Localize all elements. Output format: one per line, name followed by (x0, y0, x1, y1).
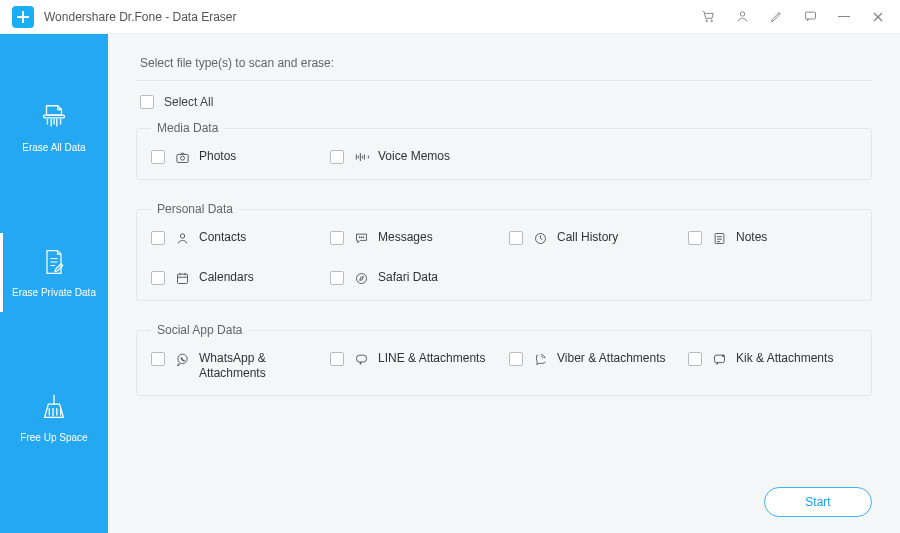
camera-icon (174, 149, 190, 165)
select-all-label: Select All (164, 95, 213, 109)
checkbox-whatsapp[interactable] (151, 352, 165, 366)
svg-point-9 (180, 233, 184, 237)
group-title: Personal Data (151, 202, 239, 216)
item-viber: Viber & Attachments (509, 351, 678, 381)
line-icon (353, 351, 369, 367)
item-label: Safari Data (378, 270, 438, 285)
minimize-button[interactable] (836, 9, 852, 25)
item-label: Voice Memos (378, 149, 450, 164)
group-social-app-data: Social App Data WhatsApp & Attachments L… (136, 323, 872, 396)
svg-point-16 (356, 273, 366, 283)
item-label: Photos (199, 149, 236, 164)
footer: Start (136, 479, 872, 517)
kik-icon (711, 351, 727, 367)
item-label: WhatsApp & Attachments (199, 351, 320, 381)
checkbox-photos[interactable] (151, 150, 165, 164)
checkbox-safari-data[interactable] (330, 271, 344, 285)
svg-point-11 (361, 236, 362, 237)
group-title: Social App Data (151, 323, 248, 337)
item-line: LINE & Attachments (330, 351, 499, 381)
checkbox-call-history[interactable] (509, 231, 523, 245)
checkbox-messages[interactable] (330, 231, 344, 245)
shredder-icon (39, 102, 69, 132)
checkbox-voice-memos[interactable] (330, 150, 344, 164)
person-icon (174, 230, 190, 246)
edit-icon[interactable] (768, 9, 784, 25)
app-title: Wondershare Dr.Fone - Data Eraser (44, 10, 237, 24)
item-call-history: Call History (509, 230, 678, 246)
item-calendars: Calendars (151, 270, 320, 286)
item-label: Messages (378, 230, 433, 245)
user-icon[interactable] (734, 9, 750, 25)
window-controls (700, 9, 900, 25)
item-photos: Photos (151, 149, 320, 165)
item-whatsapp: WhatsApp & Attachments (151, 351, 320, 381)
sidebar-item-erase-private-data[interactable]: Erase Private Data (0, 239, 108, 306)
item-label: Kik & Attachments (736, 351, 833, 366)
svg-point-3 (710, 20, 712, 22)
close-button[interactable] (870, 9, 886, 25)
app-logo (12, 6, 34, 28)
svg-point-20 (722, 354, 725, 357)
sidebar-item-label: Erase All Data (22, 142, 85, 153)
item-label: LINE & Attachments (378, 351, 485, 366)
clock-icon (532, 230, 548, 246)
compass-icon (353, 270, 369, 286)
doc-edit-icon (40, 247, 68, 277)
item-kik: Kik & Attachments (688, 351, 857, 381)
item-messages: Messages (330, 230, 499, 246)
item-safari-data: Safari Data (330, 270, 499, 286)
svg-point-12 (362, 236, 363, 237)
sidebar-item-erase-all-data[interactable]: Erase All Data (0, 94, 108, 161)
item-label: Notes (736, 230, 767, 245)
group-media-data: Media Data Photos Voice Memos (136, 121, 872, 180)
calendar-icon (174, 270, 190, 286)
item-label: Contacts (199, 230, 246, 245)
svg-rect-1 (17, 16, 29, 18)
svg-rect-5 (805, 12, 815, 19)
checkbox-notes[interactable] (688, 231, 702, 245)
svg-rect-7 (176, 154, 187, 162)
item-label: Viber & Attachments (557, 351, 666, 366)
checkbox-contacts[interactable] (151, 231, 165, 245)
svg-point-17 (177, 354, 186, 363)
sidebar-item-label: Free Up Space (20, 432, 87, 443)
select-all-checkbox[interactable] (140, 95, 154, 109)
chat-icon (353, 230, 369, 246)
item-contacts: Contacts (151, 230, 320, 246)
svg-rect-6 (44, 115, 65, 118)
item-label: Calendars (199, 270, 254, 285)
sidebar-item-label: Erase Private Data (12, 287, 96, 298)
item-label: Call History (557, 230, 618, 245)
checkbox-kik[interactable] (688, 352, 702, 366)
item-voice-memos: Voice Memos (330, 149, 499, 165)
checkbox-viber[interactable] (509, 352, 523, 366)
note-icon (711, 230, 727, 246)
svg-point-4 (740, 12, 744, 16)
svg-point-8 (180, 156, 184, 160)
group-personal-data: Personal Data Contacts Messages (136, 202, 872, 301)
item-notes: Notes (688, 230, 857, 246)
svg-point-2 (705, 20, 707, 22)
feedback-icon[interactable] (802, 9, 818, 25)
broom-icon (39, 392, 69, 422)
svg-rect-15 (177, 274, 187, 283)
sidebar: Erase All Data Erase Private Data Fr (0, 34, 108, 533)
svg-rect-18 (356, 355, 366, 362)
viber-icon (532, 351, 548, 367)
panel-heading: Select file type(s) to scan and erase: (136, 56, 872, 81)
title-bar: Wondershare Dr.Fone - Data Eraser (0, 0, 900, 34)
checkbox-calendars[interactable] (151, 271, 165, 285)
group-title: Media Data (151, 121, 224, 135)
whatsapp-icon (174, 351, 190, 367)
waveform-icon (353, 149, 369, 165)
sidebar-item-free-up-space[interactable]: Free Up Space (0, 384, 108, 451)
svg-point-10 (359, 236, 360, 237)
checkbox-line[interactable] (330, 352, 344, 366)
main-panel: Select file type(s) to scan and erase: S… (108, 34, 900, 533)
start-button[interactable]: Start (764, 487, 872, 517)
select-all-row: Select All (136, 95, 872, 109)
cart-icon[interactable] (700, 9, 716, 25)
